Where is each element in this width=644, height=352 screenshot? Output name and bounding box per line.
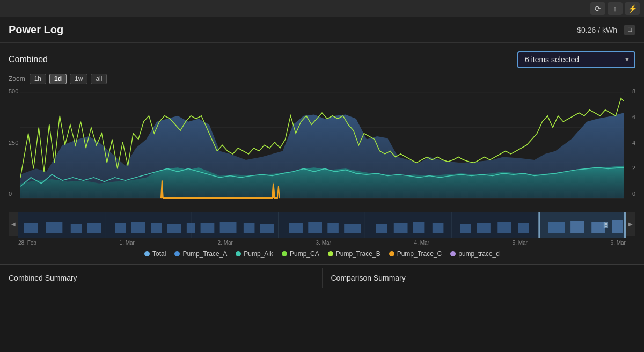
svg-rect-25	[308, 222, 322, 233]
svg-rect-32	[460, 224, 471, 233]
mini-x-5mar: 5. Mar	[513, 240, 528, 246]
refresh-button[interactable]: ⟳	[590, 2, 605, 15]
main-chart: 500 250 0 8 6 4 2 0	[9, 86, 635, 210]
combined-summary-panel: Combined Summary	[0, 268, 323, 288]
items-select-wrapper: 6 items selected 1 item selected 2 items…	[517, 51, 635, 68]
zoom-1d[interactable]: 1d	[49, 74, 67, 84]
svg-rect-14	[87, 223, 101, 233]
legend-label-pump-trace-d: pump_trace_d	[458, 250, 500, 258]
y-right-0: 0	[632, 191, 635, 197]
legend-dot-pump-trace-c	[389, 251, 394, 256]
legend-label-pump-alk: Pump_Alk	[244, 250, 273, 258]
main-content: Combined 6 items selected 1 item selecte…	[0, 43, 644, 264]
legend-total[interactable]: Total	[144, 250, 166, 258]
top-toolbar: ⟳ ↑ ⚡	[0, 0, 644, 17]
page-title: Power Log	[9, 24, 63, 36]
chart-svg	[9, 86, 635, 210]
comparison-summary-title: Comparison Summary	[331, 274, 406, 282]
left-arrow-icon: ◀	[11, 221, 16, 227]
combined-label: Combined	[9, 55, 48, 64]
combined-row: Combined 6 items selected 1 item selecte…	[9, 43, 635, 74]
zoom-label: Zoom	[9, 75, 25, 83]
mini-scroll-left[interactable]: ◀	[9, 212, 18, 236]
svg-rect-26	[327, 223, 339, 233]
svg-rect-15	[115, 223, 126, 233]
comparison-summary-panel: Comparison Summary	[323, 268, 645, 288]
mini-x-3mar: 3. Mar	[316, 240, 331, 246]
mini-scroll-right[interactable]: ▶	[626, 212, 635, 236]
zoom-controls: Zoom 1h 1d 1w all	[9, 74, 635, 84]
mini-x-28feb: 28. Feb	[18, 240, 36, 246]
svg-rect-33	[477, 223, 491, 233]
mini-chart-wrapper: ◀ ▶	[9, 212, 635, 246]
legend-dot-pump-trace-b	[328, 251, 333, 256]
y-left-250: 250	[9, 140, 18, 146]
combined-summary-title: Combined Summary	[9, 274, 77, 282]
zoom-all[interactable]: all	[91, 74, 107, 84]
svg-rect-28	[376, 224, 387, 233]
y-right-4: 4	[632, 140, 635, 146]
y-right-2: 2	[632, 165, 635, 171]
zoom-1h[interactable]: 1h	[30, 74, 46, 84]
svg-rect-24	[289, 223, 303, 233]
legend-pump-trace-b[interactable]: Pump_Trace_B	[328, 250, 380, 258]
right-arrow-icon: ▶	[628, 221, 633, 227]
legend-label-pump-ca: Pump_CA	[290, 250, 319, 258]
upload-button[interactable]: ↑	[608, 2, 623, 15]
legend-pump-alk[interactable]: Pump_Alk	[236, 250, 273, 258]
chart-legend: Total Pump_Trace_A Pump_Alk Pump_CA Pump…	[9, 246, 635, 260]
legend-pump-trace-a[interactable]: Pump_Trace_A	[174, 250, 227, 258]
legend-pump-ca[interactable]: Pump_CA	[282, 250, 319, 258]
svg-rect-11	[24, 223, 38, 233]
svg-rect-30	[413, 222, 425, 233]
svg-rect-16	[131, 222, 145, 233]
legend-label-pump-trace-a: Pump_Trace_A	[182, 250, 227, 258]
svg-rect-13	[71, 224, 82, 233]
svg-rect-35	[518, 223, 529, 233]
legend-label-pump-trace-b: Pump_Trace_B	[336, 250, 380, 258]
svg-rect-22	[244, 223, 255, 233]
svg-rect-12	[46, 222, 62, 233]
svg-rect-18	[167, 224, 181, 233]
mini-x-axis: 28. Feb 1. Mar 2. Mar 3. Mar 4. Mar 5. M…	[18, 239, 626, 246]
svg-rect-20	[201, 223, 215, 233]
legend-dot-pump-alk	[236, 251, 241, 256]
legend-pump-trace-c[interactable]: Pump_Trace_C	[389, 250, 442, 258]
svg-rect-27	[344, 224, 361, 233]
svg-rect-19	[187, 223, 195, 233]
svg-rect-17	[151, 223, 162, 233]
svg-rect-34	[497, 222, 511, 233]
y-right-6: 6	[632, 114, 635, 120]
y-right-8: 8	[632, 89, 635, 94]
legend-dot-pump-trace-d	[450, 251, 456, 256]
svg-rect-21	[220, 222, 237, 233]
legend-label-pump-trace-c: Pump_Trace_C	[397, 250, 442, 258]
summary-row: Combined Summary Comparison Summary	[0, 268, 644, 288]
svg-rect-41	[538, 212, 540, 238]
mini-x-2mar: 2. Mar	[218, 240, 233, 246]
legend-dot-pump-ca	[282, 251, 287, 256]
svg-rect-29	[394, 223, 408, 233]
y-left-500: 500	[9, 89, 18, 94]
mini-x-1mar: 1. Mar	[120, 240, 135, 246]
mini-x-6mar: 6. Mar	[611, 240, 626, 246]
header-right: $0.26 / kWh ⊡	[577, 25, 635, 35]
svg-rect-31	[433, 223, 444, 233]
zoom-1w[interactable]: 1w	[70, 74, 87, 84]
y-left-0: 0	[9, 191, 18, 197]
items-select[interactable]: 6 items selected 1 item selected 2 items…	[517, 51, 635, 68]
legend-label-total: Total	[152, 250, 166, 258]
mini-chart-inner: 28. Feb 1. Mar 2. Mar 3. Mar 4. Mar 5. M…	[18, 212, 626, 246]
content-separator	[0, 264, 644, 265]
svg-rect-23	[260, 224, 274, 233]
page-header: Power Log $0.26 / kWh ⊡	[0, 17, 644, 43]
mini-x-4mar: 4. Mar	[414, 240, 429, 246]
mini-chart-svg	[18, 212, 626, 238]
price-display: $0.26 / kWh	[577, 26, 617, 34]
collapse-button[interactable]: ⊡	[624, 25, 635, 35]
legend-pump-trace-d[interactable]: pump_trace_d	[450, 250, 500, 258]
legend-dot-pump-trace-a	[174, 251, 180, 256]
legend-dot-total	[144, 251, 150, 256]
svg-rect-40	[538, 212, 626, 238]
power-button[interactable]: ⚡	[625, 2, 640, 15]
